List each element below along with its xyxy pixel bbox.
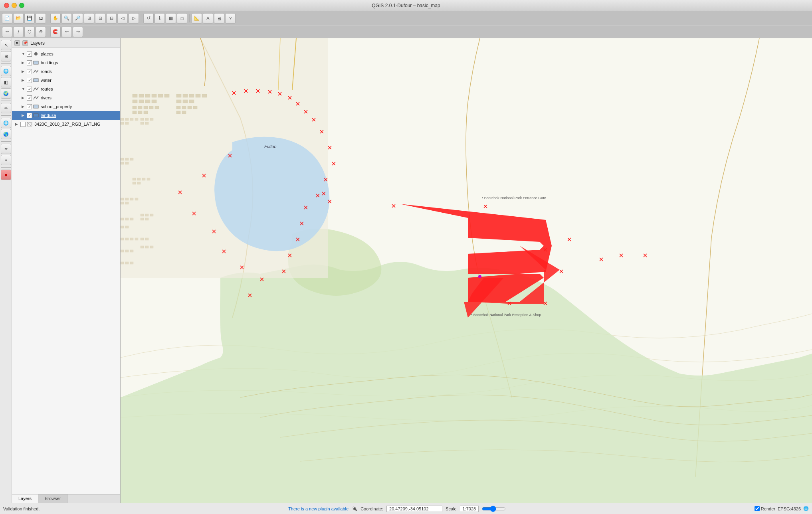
redo-btn[interactable]: ↪ xyxy=(73,27,83,37)
cursor-tool[interactable]: ⌖ xyxy=(1,155,11,165)
zoom-in-button[interactable]: 🔍 xyxy=(61,13,72,24)
zoom-selection-button[interactable]: ⊡ xyxy=(95,13,105,24)
select-tool[interactable]: ⊞ xyxy=(1,51,11,61)
digitize-btn3[interactable]: ⬡ xyxy=(24,27,35,37)
traffic-lights[interactable] xyxy=(4,3,24,8)
render-checkbox[interactable] xyxy=(755,506,760,511)
checkbox-school_property[interactable] xyxy=(27,104,32,109)
expand-arrow-places[interactable]: ▼ xyxy=(22,52,26,56)
zoom-last-button[interactable]: ◁ xyxy=(117,13,128,24)
checkbox-routes[interactable] xyxy=(27,87,32,92)
checkbox-buildings[interactable] xyxy=(27,60,32,65)
layer-icon-routes xyxy=(33,87,40,91)
checkbox-water[interactable] xyxy=(27,78,32,83)
globe4-tool[interactable]: 🌎 xyxy=(1,129,11,139)
render-checkbox-area[interactable]: Render xyxy=(755,506,775,511)
save-as-button[interactable]: 🖫 xyxy=(36,13,46,24)
sidebar-pin-button[interactable]: 📌 xyxy=(22,40,28,46)
digitize-btn2[interactable]: / xyxy=(13,27,24,37)
svg-rect-45 xyxy=(121,122,124,125)
zoom-full-button[interactable]: ⊞ xyxy=(84,13,94,24)
sep2 xyxy=(141,14,141,22)
new-project-button[interactable]: 📄 xyxy=(2,13,12,24)
save-project-button[interactable]: 💾 xyxy=(24,13,35,24)
select-button[interactable]: ▦ xyxy=(166,13,176,24)
layer-item-school_property[interactable]: ▶school_property xyxy=(12,102,120,111)
layer-item-raster[interactable]: ▶3420C_2010_327_RGB_LATLNG xyxy=(12,120,120,128)
svg-rect-81 xyxy=(130,238,133,240)
expand-arrow-landusa[interactable]: ▶ xyxy=(22,113,26,117)
sidebar-close-button[interactable]: ✕ xyxy=(14,40,20,46)
layer-item-roads[interactable]: ▶roads xyxy=(12,67,120,76)
checkbox-roads[interactable] xyxy=(27,69,32,74)
zoom-out-button[interactable]: 🔎 xyxy=(73,13,83,24)
stop-tool[interactable]: ■ xyxy=(1,170,11,180)
sep1 xyxy=(48,14,48,22)
zoom-layer-button[interactable]: ⊟ xyxy=(106,13,117,24)
expand-arrow-school_property[interactable]: ▶ xyxy=(22,105,26,109)
scale-slider[interactable] xyxy=(482,506,506,512)
zoom-next-button[interactable]: ▷ xyxy=(129,13,139,24)
expand-arrow-roads[interactable]: ▶ xyxy=(22,69,26,73)
layer-item-water[interactable]: ▶water xyxy=(12,76,120,85)
maximize-button[interactable] xyxy=(19,3,24,8)
label-button[interactable]: A xyxy=(203,13,213,24)
layer-tool[interactable]: ◧ xyxy=(1,77,11,87)
digitize-btn4[interactable]: ⊕ xyxy=(36,27,46,37)
select-rect-button[interactable]: □ xyxy=(177,13,187,24)
measure-button[interactable]: 📐 xyxy=(192,13,202,24)
undo-btn[interactable]: ↩ xyxy=(61,27,72,37)
checkbox-raster[interactable] xyxy=(20,122,26,127)
map-area[interactable]: Fulton • Bontebok National Park Entrance… xyxy=(121,38,812,503)
identify-button[interactable]: ℹ xyxy=(154,13,165,24)
globe3-tool[interactable]: 🌐 xyxy=(1,118,11,128)
svg-rect-68 xyxy=(125,202,129,204)
globe2-tool[interactable]: 🌍 xyxy=(1,88,11,99)
help-button[interactable]: ? xyxy=(225,13,236,24)
svg-rect-82 xyxy=(135,238,138,240)
edit-tool2[interactable]: ✒ xyxy=(1,144,11,154)
expand-arrow-buildings[interactable]: ▶ xyxy=(22,61,26,65)
snapping-btn[interactable]: 🧲 xyxy=(50,27,61,37)
expand-arrow-raster[interactable]: ▶ xyxy=(15,122,19,126)
layer-label-roads: roads xyxy=(41,69,52,74)
checkbox-places[interactable] xyxy=(27,51,32,57)
sidebar: ✕ 📌 Layers ▼places▶buildings▶roads▶water… xyxy=(12,38,121,503)
expand-arrow-routes[interactable]: ▼ xyxy=(22,87,26,91)
coordinate-label: Coordinate: xyxy=(360,506,383,511)
expand-arrow-rivers[interactable]: ▶ xyxy=(22,96,26,100)
tab-browser[interactable]: Browser xyxy=(38,494,67,503)
arrow-tool[interactable]: ↖ xyxy=(1,40,11,50)
tool-sep4 xyxy=(1,141,11,142)
svg-rect-35 xyxy=(176,106,180,109)
checkbox-rivers[interactable] xyxy=(27,95,32,101)
svg-rect-59 xyxy=(142,178,145,180)
layer-label-places: places xyxy=(41,51,53,56)
tab-layers[interactable]: Layers xyxy=(12,494,38,503)
refresh-button[interactable]: ↺ xyxy=(143,13,154,24)
layer-item-rivers[interactable]: ▶rivers xyxy=(12,93,120,102)
layer-item-landusa[interactable]: ▶landusa xyxy=(12,111,120,120)
svg-rect-10 xyxy=(139,94,144,97)
svg-point-177 xyxy=(478,275,481,278)
layer-item-buildings[interactable]: ▶buildings xyxy=(12,58,120,67)
open-project-button[interactable]: 📂 xyxy=(13,13,24,24)
checkbox-landusa[interactable] xyxy=(27,113,32,118)
digitize-btn1[interactable]: ✏ xyxy=(2,27,12,37)
svg-rect-60 xyxy=(147,178,150,180)
svg-rect-79 xyxy=(121,238,124,240)
draw-tool[interactable]: ✏ xyxy=(1,103,11,113)
minimize-button[interactable] xyxy=(12,3,17,8)
svg-rect-5 xyxy=(27,122,32,126)
crs-icon[interactable]: 🌐 xyxy=(803,506,809,511)
print-button[interactable]: 🖨 xyxy=(214,13,224,24)
close-button[interactable] xyxy=(4,3,9,8)
layer-item-routes[interactable]: ▼routes xyxy=(12,85,120,93)
pan-tool[interactable]: ✋ xyxy=(50,13,61,24)
expand-arrow-water[interactable]: ▶ xyxy=(22,78,26,82)
layer-item-places[interactable]: ▼places xyxy=(12,49,120,58)
coordinate-value[interactable]: 20.47209,-34.05102 xyxy=(386,506,442,512)
plugin-link[interactable]: There is a new plugin available xyxy=(288,506,349,511)
scale-value[interactable]: 1:7028 xyxy=(460,506,479,512)
globe-tool[interactable]: 🌐 xyxy=(1,66,11,76)
